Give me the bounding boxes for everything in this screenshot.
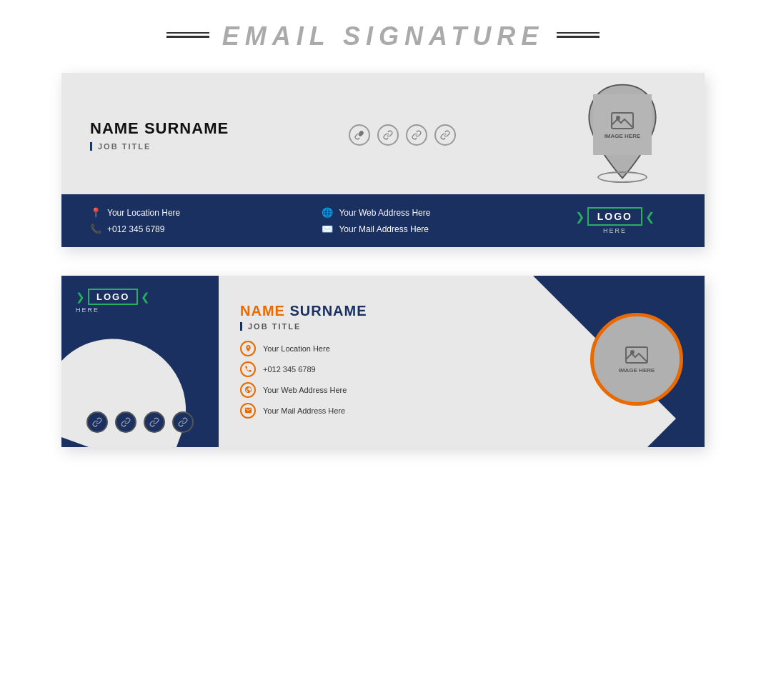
card2-full-name: NAME SURNAME — [240, 303, 576, 319]
social-link-2[interactable] — [377, 124, 399, 146]
card1-bottom: 📍 Your Location Here 📞 +012 345 6789 🌐 Y… — [61, 194, 705, 247]
social-link-4[interactable] — [434, 124, 456, 146]
oval-shadow — [597, 171, 647, 183]
card2-logo-text: LOGO — [96, 291, 129, 302]
email-signature-card-1: NAME SURNAME JOB TITLE — [61, 73, 705, 247]
link-icon — [354, 130, 364, 140]
card2-photo-area: IMAGE HERE — [590, 313, 690, 413]
phone-icon: 📞 — [90, 224, 101, 234]
link-icon — [383, 130, 393, 140]
web-icon: 🌐 — [322, 207, 333, 218]
card1-location-row: 📍 Your Location Here — [90, 207, 322, 218]
card2-first-name: NAME — [240, 303, 285, 319]
card2-phone: +012 345 6789 — [263, 365, 316, 374]
card1-phone-row: 📞 +012 345 6789 — [90, 224, 322, 234]
email-signature-card-2: ❯ LOGO ❮ HERE — [61, 276, 705, 447]
card1-info-right: 🌐 Your Web Address Here ✉️ Your Mail Add… — [322, 207, 553, 234]
card1-image-label: IMAGE HERE — [605, 133, 641, 139]
card2-location-row: Your Location Here — [240, 341, 576, 356]
card1-info-left: 📍 Your Location Here 📞 +012 345 6789 — [90, 207, 322, 234]
card2-web-row: Your Web Address Here — [240, 382, 576, 398]
card2-job-title: JOB TITLE — [240, 322, 576, 331]
card1-last-name: SURNAME — [144, 119, 229, 137]
card1-mail-row: ✉️ Your Mail Address Here — [322, 224, 553, 234]
page-title: EMAIL SIGNATURE — [222, 21, 544, 51]
card2-web-icon-circle — [240, 382, 256, 398]
card2-mail-row: Your Mail Address Here — [240, 403, 576, 419]
card2-right-panel: NAME SURNAME JOB TITLE Your Location Her… — [219, 276, 705, 447]
social2-link-3[interactable] — [144, 411, 165, 433]
card2-logo: ❯ LOGO ❮ HERE — [76, 289, 150, 314]
card2-logo-sub: HERE — [76, 306, 99, 314]
card1-photo-placeholder: IMAGE HERE — [593, 94, 652, 155]
social2-link-1[interactable] — [86, 411, 108, 433]
card2-last-name: SURNAME — [289, 303, 367, 319]
image-icon — [625, 345, 648, 365]
card1-web-row: 🌐 Your Web Address Here — [322, 207, 553, 218]
card2-phone-icon-circle — [240, 361, 256, 377]
card2-social-icons — [86, 411, 194, 433]
link-icon — [121, 417, 131, 427]
card2-mail-icon-circle — [240, 403, 256, 419]
social2-link-2[interactable] — [115, 411, 136, 433]
card2-left-panel: ❯ LOGO ❮ HERE — [61, 276, 219, 447]
title-line-left — [166, 36, 209, 38]
title-line-right — [557, 36, 600, 38]
page-title-area: EMAIL SIGNATURE — [166, 21, 600, 51]
web-icon — [244, 386, 252, 394]
card2-info-area: NAME SURNAME JOB TITLE Your Location Her… — [240, 303, 576, 424]
logo2-wing-left: ❯ — [76, 291, 85, 304]
logo2-box: LOGO — [88, 289, 138, 305]
card2-phone-row: +012 345 6789 — [240, 361, 576, 377]
card1-logo: ❯ LOGO ❮ HERE — [575, 207, 655, 234]
link-icon — [92, 417, 102, 427]
card1-first-name: NAME — [90, 119, 139, 137]
card2-image-label: IMAGE HERE — [619, 367, 655, 374]
logo-box: LOGO — [587, 207, 642, 226]
link-icon — [178, 417, 188, 427]
card2-location: Your Location Here — [263, 344, 330, 353]
logo-wing-right: ❮ — [645, 210, 655, 224]
logo-wing-left: ❯ — [575, 210, 585, 224]
mail-icon — [244, 406, 252, 414]
card1-social-icons — [349, 124, 456, 146]
card2-location-icon-circle — [240, 341, 256, 356]
card1-logo-text: LOGO — [597, 211, 632, 222]
mail-icon: ✉️ — [322, 224, 333, 234]
link-icon — [440, 130, 450, 140]
social-link-3[interactable] — [406, 124, 427, 146]
image-icon — [611, 111, 634, 131]
social2-link-4[interactable] — [172, 411, 194, 433]
card1-full-name: NAME SURNAME — [90, 119, 229, 138]
card1-name-area: NAME SURNAME JOB TITLE — [90, 119, 229, 151]
card1-location: Your Location Here — [107, 208, 180, 218]
location-icon: 📍 — [90, 207, 101, 218]
card1-top: NAME SURNAME JOB TITLE — [61, 73, 705, 194]
card1-logo-sub: HERE — [603, 227, 627, 234]
card2-web: Your Web Address Here — [263, 386, 347, 394]
logo2-wing-right: ❮ — [141, 291, 150, 304]
phone-icon — [244, 365, 252, 373]
social-link-1[interactable] — [349, 124, 370, 146]
card1-web: Your Web Address Here — [339, 208, 430, 218]
card1-job-title: JOB TITLE — [90, 142, 229, 151]
card2-photo-placeholder: IMAGE HERE — [590, 313, 683, 406]
card1-photo-area: IMAGE HERE — [576, 89, 669, 181]
card1-mail: Your Mail Address Here — [339, 224, 429, 234]
link-icon — [412, 130, 422, 140]
link-icon — [149, 417, 159, 427]
card2-mail: Your Mail Address Here — [263, 406, 345, 415]
location-icon — [244, 344, 252, 352]
card1-phone: +012 345 6789 — [107, 224, 164, 234]
